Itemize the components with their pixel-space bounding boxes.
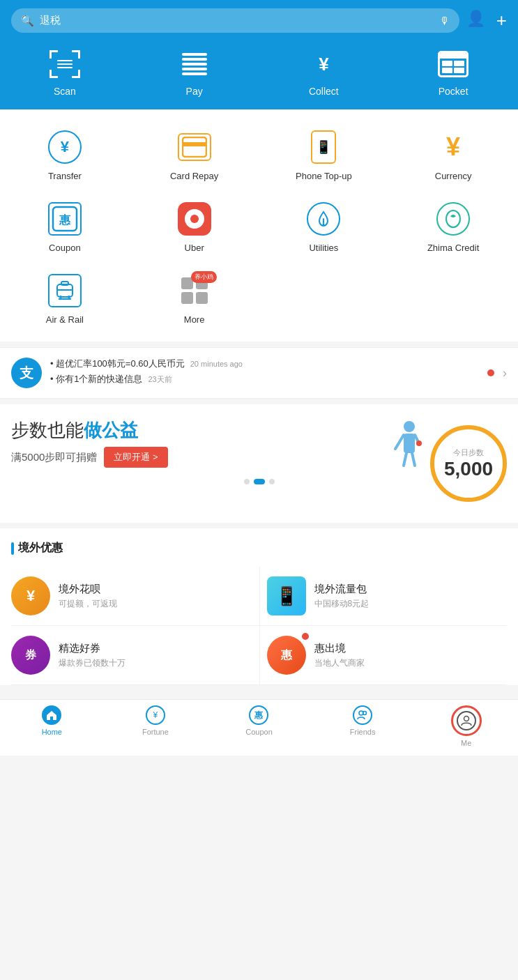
banner-button[interactable]: 立即开通 >	[104, 447, 167, 468]
service-currency[interactable]: ¥ Currency	[388, 121, 518, 192]
overseas-desc: 当地人气商家	[314, 657, 508, 669]
me-highlight-circle	[451, 705, 482, 736]
svg-rect-13	[404, 434, 415, 453]
svg-text:惠: 惠	[59, 214, 71, 226]
notif-time-2: 23天前	[148, 374, 172, 385]
svg-line-14	[395, 435, 404, 449]
svg-line-17	[412, 453, 415, 466]
collect-label: Collect	[309, 86, 339, 97]
friends-label: Friends	[350, 728, 376, 736]
coupon-tab-label: Coupon	[245, 728, 273, 736]
services-grid: ¥ Transfer Card Repay 📱 Phone Top-up	[0, 121, 518, 336]
svg-point-12	[404, 421, 415, 432]
overseas-icon: 惠	[267, 636, 306, 675]
svg-point-9	[68, 296, 70, 298]
search-text: 退税	[40, 14, 61, 27]
steps-count: 5,000	[444, 458, 493, 480]
currency-label: Currency	[435, 171, 472, 181]
data-plan-text: 境外流量包 中国移动8元起	[314, 583, 508, 610]
more-icon: 养小鸡	[176, 273, 213, 309]
scan-icon	[49, 50, 80, 78]
card-repay-icon	[176, 129, 213, 165]
notification-arrow: ›	[503, 366, 507, 381]
steps-label: 今日步数	[453, 447, 484, 458]
home-icon	[42, 705, 61, 725]
section-item-huabei[interactable]: ¥ 境外花呗 可提额，可返现	[11, 567, 259, 626]
fortune-icon: ¥	[146, 705, 165, 725]
coupon-tab-icon: 惠	[249, 705, 268, 725]
nav-collect[interactable]: ¥ Collect	[259, 48, 389, 97]
overseas-title: 惠出境	[314, 642, 508, 655]
rail-label: Air & Rail	[46, 314, 84, 325]
home-label: Home	[42, 728, 62, 736]
service-more[interactable]: 养小鸡 More	[130, 264, 259, 336]
coupon-select-desc: 爆款券已领数十万	[59, 657, 252, 669]
section-item-coupon[interactable]: 券 精选好券 爆款券已领数十万	[11, 626, 259, 685]
data-plan-icon: 📱	[267, 576, 306, 615]
bottom-nav: Home ¥ Fortune 惠 Coupon Friends	[0, 699, 518, 756]
zhima-label: Zhima Credit	[427, 243, 479, 253]
service-uber[interactable]: Uber	[130, 192, 259, 264]
svg-point-20	[363, 712, 367, 715]
pay-icon-box	[176, 48, 213, 80]
scan-label: Scan	[54, 86, 76, 97]
svg-point-4	[323, 224, 325, 226]
phone-topup-icon: 📱	[305, 129, 342, 165]
uber-icon	[176, 201, 213, 237]
banner-steps: 今日步数 5,000	[430, 425, 507, 502]
coupon-label: Coupon	[49, 243, 81, 253]
coupon-select-title: 精选好券	[59, 642, 252, 655]
huabei-title: 境外花呗	[59, 583, 252, 596]
notification-bar[interactable]: 支 • 超优汇率100韩元=0.60人民币元 20 minutes ago • …	[0, 347, 518, 399]
tab-me[interactable]: Me	[414, 705, 518, 747]
banner[interactable]: 步数也能做公益 满5000步即可捐赠 立即开通 > 今日步数 5,000	[0, 404, 518, 523]
search-icon: 🔍	[21, 15, 34, 27]
dot-1	[244, 479, 250, 484]
transfer-label: Transfer	[48, 171, 82, 181]
tab-home[interactable]: Home	[0, 705, 104, 747]
huabei-icon: ¥	[11, 576, 50, 615]
service-coupon[interactable]: 惠 Coupon	[0, 192, 130, 264]
svg-point-8	[59, 296, 62, 298]
fortune-label: Fortune	[142, 728, 169, 736]
service-rail[interactable]: Air & Rail	[0, 264, 130, 336]
service-utilities[interactable]: Utilities	[259, 192, 389, 264]
huabei-text: 境外花呗 可提额，可返现	[59, 583, 252, 610]
profile-icon[interactable]: 👤	[466, 10, 485, 31]
overseas-text: 惠出境 当地人气商家	[314, 642, 508, 669]
service-card-repay[interactable]: Card Repay	[130, 121, 259, 192]
add-icon[interactable]: +	[496, 10, 507, 31]
uber-label: Uber	[185, 243, 204, 253]
mic-icon[interactable]: 🎙	[439, 15, 450, 26]
tab-coupon[interactable]: 惠 Coupon	[207, 705, 311, 747]
notif-time-1: 20 minutes ago	[190, 360, 243, 368]
nav-pocket[interactable]: Pocket	[388, 48, 518, 97]
section-item-overseas[interactable]: 惠 惠出境 当地人气商家	[259, 626, 508, 685]
pay-icon	[182, 53, 207, 75]
svg-point-21	[464, 717, 469, 721]
data-plan-desc: 中国移动8元起	[314, 598, 508, 610]
nav-pay[interactable]: Pay	[130, 48, 259, 97]
phone-topup-label: Phone Top-up	[296, 171, 352, 181]
search-bar[interactable]: 🔍 退税 🎙	[11, 8, 459, 33]
services-section: ¥ Transfer Card Repay 📱 Phone Top-up	[0, 109, 518, 342]
svg-rect-11	[61, 282, 68, 285]
me-label: Me	[461, 739, 471, 747]
friends-icon	[353, 705, 372, 725]
huabei-desc: 可提额，可返现	[59, 598, 252, 610]
zhima-icon	[435, 201, 471, 237]
section-title: 境外优惠	[11, 541, 507, 556]
pocket-label: Pocket	[439, 86, 469, 97]
service-phone-topup[interactable]: 📱 Phone Top-up	[259, 121, 389, 192]
scan-icon-box	[47, 48, 83, 80]
service-transfer[interactable]: ¥ Transfer	[0, 121, 130, 192]
tab-fortune[interactable]: ¥ Fortune	[104, 705, 208, 747]
coupon-select-text: 精选好券 爆款券已领数十万	[59, 642, 252, 669]
header: 🔍 退税 🎙 👤 +	[0, 0, 518, 41]
section-item-data-plan[interactable]: 📱 境外流量包 中国移动8元起	[259, 567, 508, 626]
nav-scan[interactable]: Scan	[0, 48, 130, 97]
tab-friends[interactable]: Friends	[311, 705, 415, 747]
notif-text-1: • 超优汇率100韩元=0.60人民币元	[50, 358, 185, 370]
transfer-icon: ¥	[47, 129, 83, 165]
service-zhima[interactable]: Zhima Credit	[388, 192, 518, 264]
